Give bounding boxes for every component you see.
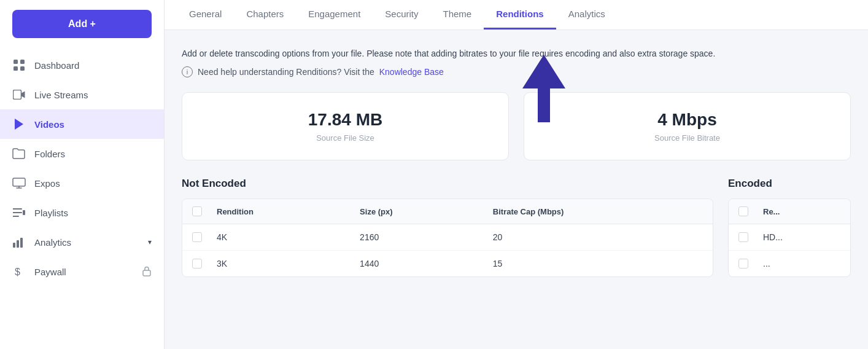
tab-analytics[interactable]: Analytics xyxy=(556,0,618,29)
svg-text:$: $ xyxy=(15,267,20,277)
encoded-table: Re... HD... xyxy=(729,199,850,276)
stat-size-value: 17.84 MB xyxy=(308,110,382,130)
row-bitrate-2: 15 xyxy=(483,251,713,277)
help-text: i Need help understanding Renditions? Vi… xyxy=(182,66,851,77)
tab-general[interactable]: General xyxy=(177,0,234,29)
stat-size-label: Source File Size xyxy=(316,133,374,143)
sidebar-item-folders[interactable]: Folders xyxy=(0,139,164,168)
not-encoded-table: Rendition Size (px) Bitrate Cap (Mbps) 4… xyxy=(182,199,713,276)
help-text-prefix: Need help understanding Renditions? Visi… xyxy=(198,67,374,77)
sidebar-item-expos[interactable]: Expos xyxy=(0,168,164,198)
row-checkbox-cell-2 xyxy=(182,251,207,277)
sidebar-label-live-streams: Live Streams xyxy=(34,90,88,100)
content-area: Add or delete transcoding options from y… xyxy=(165,30,868,349)
encoded-row-checkbox-1[interactable] xyxy=(738,232,748,242)
play-icon xyxy=(12,117,26,131)
lock-icon xyxy=(142,265,152,278)
svg-rect-15 xyxy=(143,270,150,276)
video-icon xyxy=(12,88,26,101)
table-row: 4K 2160 20 xyxy=(182,224,713,251)
sidebar-item-videos[interactable]: Videos xyxy=(0,109,164,139)
chart-icon xyxy=(12,235,26,249)
tab-theme[interactable]: Theme xyxy=(431,0,484,29)
select-all-checkbox[interactable] xyxy=(192,206,202,216)
table-header-row: Rendition Size (px) Bitrate Cap (Mbps) xyxy=(182,199,713,224)
encoded-header-row: Re... xyxy=(729,199,850,224)
encoded-title: Encoded xyxy=(728,178,851,190)
stat-gap xyxy=(509,92,524,160)
row-size-2: 1440 xyxy=(350,251,483,277)
monitor-icon xyxy=(12,176,26,190)
stat-bitrate-value: 4 Mbps xyxy=(657,110,716,130)
encoded-table-container: Re... HD... xyxy=(728,198,851,277)
stat-bitrate-label: Source File Bitrate xyxy=(654,133,720,143)
row-checkbox-1[interactable] xyxy=(192,232,202,242)
svg-marker-16 xyxy=(522,55,565,122)
tabs-bar: General Chapters Engagement Security The… xyxy=(165,0,868,30)
sidebar-item-analytics[interactable]: Analytics ▾ xyxy=(0,227,164,257)
sidebar-item-paywall[interactable]: $ Paywall xyxy=(0,257,164,286)
sidebar-label-analytics: Analytics xyxy=(34,237,71,248)
encoded-section: Encoded Re... xyxy=(728,178,851,277)
tab-engagement[interactable]: Engagement xyxy=(296,0,373,29)
grid-icon xyxy=(12,58,26,72)
th-checkbox xyxy=(182,199,207,224)
svg-rect-3 xyxy=(20,66,25,71)
encoded-select-all-checkbox[interactable] xyxy=(738,206,748,216)
tab-security[interactable]: Security xyxy=(373,0,430,29)
folder-icon xyxy=(12,147,26,160)
encoded-row-checkbox-cell-2 xyxy=(729,251,753,277)
sidebar-label-videos: Videos xyxy=(34,119,64,130)
svg-marker-5 xyxy=(15,119,23,130)
row-checkbox-2[interactable] xyxy=(192,259,202,269)
svg-rect-11 xyxy=(13,243,15,248)
sidebar-label-paywall: Paywall xyxy=(34,267,66,277)
encoded-row-checkbox-cell-1 xyxy=(729,224,753,251)
svg-rect-4 xyxy=(14,90,21,100)
list-icon xyxy=(12,206,26,219)
svg-rect-13 xyxy=(20,238,23,248)
encoded-table-row: ... xyxy=(729,251,850,277)
tab-renditions[interactable]: Renditions xyxy=(484,0,556,29)
svg-rect-0 xyxy=(14,60,18,64)
svg-rect-12 xyxy=(17,240,19,248)
tab-chapters[interactable]: Chapters xyxy=(234,0,296,29)
encoded-row-rendition-1: HD... xyxy=(753,224,850,251)
not-encoded-title: Not Encoded xyxy=(182,178,713,190)
encoded-row-rendition-2: ... xyxy=(753,251,850,277)
th-rendition-encoded: Re... xyxy=(753,199,850,224)
row-size-1: 2160 xyxy=(350,224,483,251)
th-rendition: Rendition xyxy=(207,199,350,224)
encoded-row-checkbox-2[interactable] xyxy=(738,259,748,269)
main-content: General Chapters Engagement Security The… xyxy=(165,0,868,349)
info-text: Add or delete transcoding options from y… xyxy=(182,47,765,60)
svg-rect-2 xyxy=(14,66,18,71)
row-bitrate-1: 20 xyxy=(483,224,713,251)
sidebar-item-playlists[interactable]: Playlists xyxy=(0,198,164,227)
sidebar: Add + Dashboard Live Streams xyxy=(0,0,165,349)
sidebar-nav: Dashboard Live Streams Videos xyxy=(0,50,164,349)
svg-rect-1 xyxy=(20,60,25,64)
add-button[interactable]: Add + xyxy=(12,10,152,38)
svg-rect-6 xyxy=(13,178,25,186)
th-bitrate: Bitrate Cap (Mbps) xyxy=(483,199,713,224)
sections-row: Not Encoded Rendition Size (px) Bitrate … xyxy=(182,178,851,277)
not-encoded-section: Not Encoded Rendition Size (px) Bitrate … xyxy=(182,178,713,277)
row-rendition-2: 3K xyxy=(207,251,350,277)
sidebar-item-dashboard[interactable]: Dashboard xyxy=(0,50,164,80)
table-row: 3K 1440 15 xyxy=(182,251,713,277)
not-encoded-table-container: Rendition Size (px) Bitrate Cap (Mbps) 4… xyxy=(182,198,713,277)
sidebar-item-live-streams[interactable]: Live Streams xyxy=(0,80,164,109)
sidebar-label-dashboard: Dashboard xyxy=(34,60,79,71)
th-checkbox-encoded xyxy=(729,199,753,224)
knowledge-base-link[interactable]: Knowledge Base xyxy=(379,67,444,77)
stat-card-size: 17.84 MB Source File Size xyxy=(182,92,509,160)
sidebar-label-folders: Folders xyxy=(34,149,65,159)
row-checkbox-cell-1 xyxy=(182,224,207,251)
chevron-down-icon: ▾ xyxy=(148,238,152,246)
stats-row: 17.84 MB Source File Size 4 Mbps Source … xyxy=(182,92,851,160)
svg-rect-10 xyxy=(23,210,25,215)
dollar-icon: $ xyxy=(12,265,26,278)
th-size: Size (px) xyxy=(350,199,483,224)
row-rendition-1: 4K xyxy=(207,224,350,251)
